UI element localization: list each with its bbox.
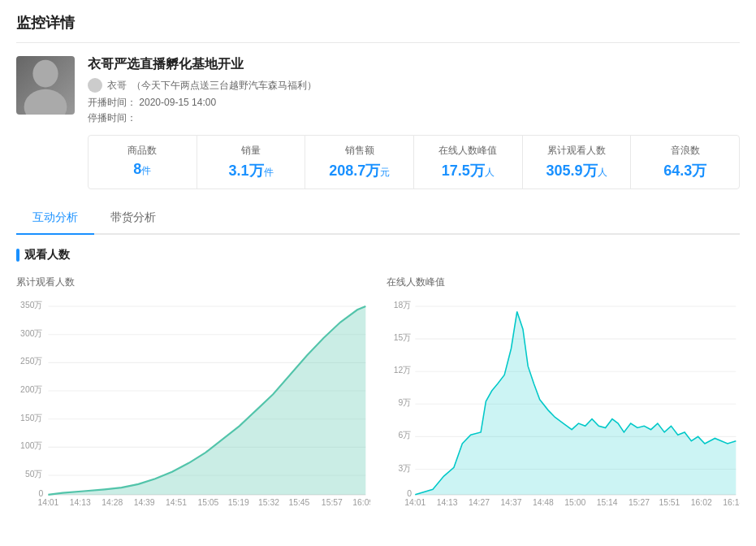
streamer-avatar-small [88,78,102,93]
svg-text:3万: 3万 [398,462,412,472]
stat-item: 销量 3.1万件 [197,136,306,188]
svg-text:15:00: 15:00 [564,497,585,507]
svg-text:15:05: 15:05 [197,497,218,507]
svg-text:16:02: 16:02 [690,497,711,507]
stat-unit: 人 [485,167,495,178]
stat-label: 销售额 [318,144,400,158]
svg-text:200万: 200万 [20,384,43,394]
stream-info-card: 衣哥严选直播孵化基地开业 衣哥 （今天下午两点送三台越野汽车森马福利） 开播时间… [16,56,740,189]
chart-peak: 在线人数峰值 18万 15万 12万 9万 6万 3万 0 [387,275,741,507]
svg-text:14:37: 14:37 [500,497,521,507]
svg-text:9万: 9万 [398,397,412,407]
chart-right-area: 18万 15万 12万 9万 6万 3万 0 [387,296,741,507]
svg-text:14:28: 14:28 [102,497,123,507]
stat-label: 累计观看人数 [536,144,618,158]
stat-unit: 件 [141,165,151,176]
svg-text:15:14: 15:14 [596,497,617,507]
svg-text:14:01: 14:01 [37,497,58,507]
stat-unit: 元 [380,167,390,178]
stat-label: 商品数 [102,144,184,158]
svg-text:15:45: 15:45 [288,497,309,507]
svg-text:15:19: 15:19 [228,497,249,507]
streamer-name: 衣哥 [107,79,127,93]
tabs: 互动分析带货分析 [16,202,740,235]
end-time-label: 停播时间： [88,112,136,124]
stat-item: 商品数 8件 [89,136,197,188]
svg-text:18万: 18万 [393,300,411,310]
svg-text:14:13: 14:13 [70,497,91,507]
chart-left-area: 350万 300万 250万 200万 150万 100万 50万 0 [16,296,370,507]
streamer-note: （今天下午两点送三台越野汽车森马福利） [132,79,317,93]
tab-互动分析[interactable]: 互动分析 [16,202,94,235]
svg-text:50万: 50万 [25,469,43,479]
svg-text:15:32: 15:32 [258,497,279,507]
charts-row: 累计观看人数 350万 300万 250万 200万 150万 100万 50万… [16,275,740,507]
chart-right-title: 在线人数峰值 [387,275,741,289]
svg-text:350万: 350万 [20,300,43,310]
tab-带货分析[interactable]: 带货分析 [94,202,172,235]
stream-title: 衣哥严选直播孵化基地开业 [88,56,740,73]
svg-text:16:09: 16:09 [352,497,369,507]
stat-label: 在线人数峰值 [427,144,509,158]
stat-value: 208.7万元 [318,161,400,180]
stat-item: 音浪数 64.3万 [631,136,739,188]
svg-text:16:14: 16:14 [723,497,740,507]
svg-text:15万: 15万 [393,332,411,342]
end-time-row: 停播时间： [88,111,740,125]
svg-text:15:27: 15:27 [629,497,650,507]
start-time-value: 2020-09-15 14:00 [139,97,216,108]
stat-item: 累计观看人数 305.9万人 [523,136,632,188]
avatar [16,56,75,115]
stat-unit: 件 [264,167,274,178]
stream-details: 衣哥严选直播孵化基地开业 衣哥 （今天下午两点送三台越野汽车森马福利） 开播时间… [88,56,740,189]
stat-value: 3.1万件 [210,161,292,180]
svg-text:14:01: 14:01 [404,497,426,507]
svg-text:250万: 250万 [20,356,43,366]
stat-value: 64.3万 [644,161,726,180]
streamer-row: 衣哥 （今天下午两点送三台越野汽车森马福利） [88,78,740,93]
svg-text:14:13: 14:13 [436,497,457,507]
svg-point-0 [32,60,58,88]
page-container: 监控详情 衣哥严选直播孵化基地开业 衣哥 （今天下午两点送三台越野汽车森马福利）… [0,0,756,520]
chart-cumulative: 累计观看人数 350万 300万 250万 200万 150万 100万 50万… [16,275,370,507]
stat-item: 在线人数峰值 17.5万人 [414,136,523,188]
chart-left-title: 累计观看人数 [16,275,370,289]
svg-text:14:27: 14:27 [469,497,490,507]
stat-value: 305.9万人 [536,161,618,180]
svg-point-1 [24,89,67,115]
stat-label: 音浪数 [644,144,726,158]
svg-text:15:51: 15:51 [659,497,680,507]
section-audience-title: 观看人数 [16,248,740,262]
start-time-label: 开播时间： [88,97,136,108]
stat-label: 销量 [210,144,292,158]
svg-text:14:39: 14:39 [134,497,155,507]
svg-text:300万: 300万 [20,328,43,338]
stat-value: 8件 [102,161,184,178]
svg-text:14:51: 14:51 [166,497,187,507]
svg-text:15:57: 15:57 [322,497,343,507]
stats-row: 商品数 8件销量 3.1万件销售额 208.7万元在线人数峰值 17.5万人累计… [88,135,740,189]
svg-text:14:48: 14:48 [532,497,553,507]
stat-item: 销售额 208.7万元 [305,136,414,188]
page-title: 监控详情 [16,13,740,43]
svg-text:12万: 12万 [393,365,411,375]
start-time-row: 开播时间： 2020-09-15 14:00 [88,96,740,110]
svg-text:6万: 6万 [398,430,412,440]
stat-unit: 人 [598,167,607,178]
stat-value: 17.5万人 [427,161,509,180]
svg-text:100万: 100万 [20,440,43,450]
svg-text:150万: 150万 [20,413,43,422]
